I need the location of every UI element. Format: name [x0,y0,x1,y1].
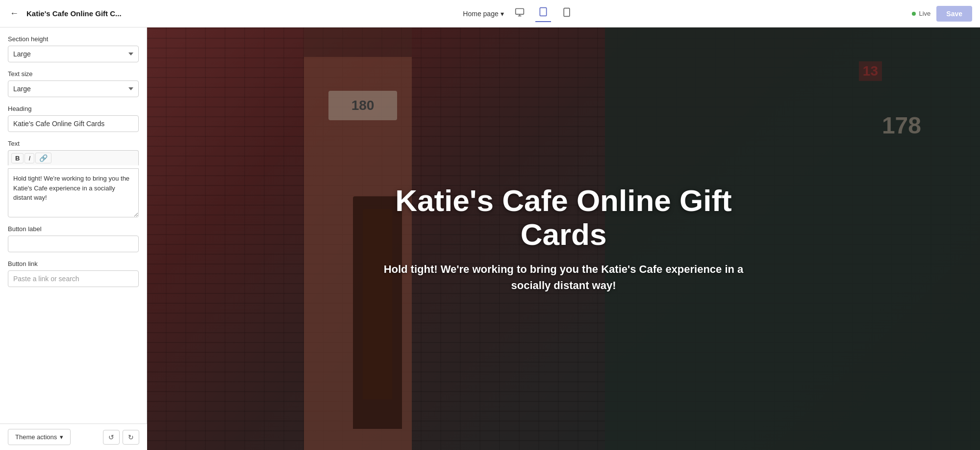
back-icon: ← [10,8,19,18]
italic-button[interactable]: I [25,153,34,163]
hero-section: 180 178 13 Katie's Cafe Online Gift Card… [147,27,980,450]
topbar: ← Katie's Cafe Online Gift C... Home pag… [0,0,980,27]
theme-actions-button[interactable]: Theme actions ▾ [8,429,71,445]
live-indicator: Live [912,10,930,17]
page-selector-chevron-icon: ▾ [501,10,504,18]
text-size-group: Text size Large Small Medium Extra Large [8,70,139,97]
section-height-label: Section height [8,35,139,43]
hero-content: Katie's Cafe Online Gift Cards Hold tigh… [343,184,784,293]
rich-toolbar: B I 🔗 [8,150,139,165]
tablet-view-button[interactable] [535,5,551,22]
text-size-label: Text size [8,70,139,78]
heading-input[interactable] [8,115,139,132]
back-button[interactable]: ← [8,6,21,21]
mobile-view-button[interactable] [559,5,575,22]
undo-redo-group: ↺ ↻ [103,430,139,445]
bottom-bar: Theme actions ▾ ↺ ↻ [0,424,147,450]
page-selector-label: Home page [463,10,498,18]
button-label-input[interactable] [8,236,139,252]
topbar-right: Live Save [912,6,972,22]
page-selector-button[interactable]: Home page ▾ [459,8,507,20]
theme-actions-chevron-icon: ▾ [60,433,63,441]
text-size-select[interactable]: Large Small Medium Extra Large [8,80,139,97]
button-link-group: Button link [8,260,139,287]
section-height-group: Section height Large Small Medium Extra … [8,35,139,62]
undo-button[interactable]: ↺ [103,430,120,445]
bold-button[interactable]: B [11,153,24,163]
svg-rect-3 [540,8,546,16]
svg-rect-5 [564,8,570,17]
text-group: Text B I 🔗 Hold tight! We're working to … [8,140,139,217]
main-layout: Section height Large Small Medium Extra … [0,27,980,450]
text-textarea[interactable]: Hold tight! We're working to bring you t… [8,168,139,217]
text-label: Text [8,140,139,147]
svg-rect-0 [515,9,524,15]
desktop-view-button[interactable] [512,5,528,22]
heading-label: Heading [8,105,139,112]
hero-text: Hold tight! We're working to bring you t… [363,261,765,293]
live-dot [912,12,916,16]
hero-heading: Katie's Cafe Online Gift Cards [363,184,765,251]
redo-button[interactable]: ↻ [123,430,139,445]
left-panel: Section height Large Small Medium Extra … [0,27,147,450]
view-icons [512,5,575,22]
topbar-left: ← Katie's Cafe Online Gift C... [8,6,122,21]
preview-frame: 180 178 13 Katie's Cafe Online Gift Card… [147,27,980,450]
link-button[interactable]: 🔗 [35,153,51,163]
topbar-center: Home page ▾ [459,5,574,22]
button-link-label: Button link [8,260,139,267]
button-label-label: Button label [8,225,139,233]
topbar-title: Katie's Cafe Online Gift C... [26,9,122,18]
heading-group: Heading [8,105,139,132]
button-label-group: Button label [8,225,139,252]
button-link-input[interactable] [8,270,139,287]
preview-area: 180 178 13 Katie's Cafe Online Gift Card… [147,27,980,450]
live-label: Live [919,10,930,17]
save-button[interactable]: Save [936,6,972,22]
section-height-select[interactable]: Large Small Medium Extra Large [8,46,139,62]
theme-actions-label: Theme actions [15,433,57,441]
